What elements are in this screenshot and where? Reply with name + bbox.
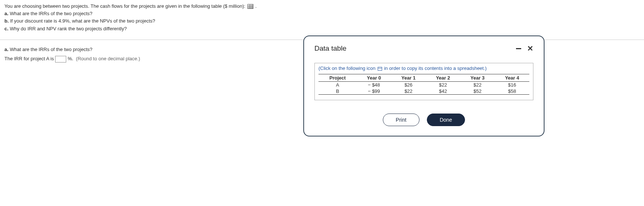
rounding-hint: (Round to one decimal place.) xyxy=(76,56,140,61)
question-c: c. Why do IRR and NPV rank the two proje… xyxy=(4,26,640,32)
problem-header: You are choosing between two projects. T… xyxy=(0,0,644,36)
close-icon[interactable]: ✕ xyxy=(527,45,533,52)
copy-icon[interactable] xyxy=(378,67,382,71)
irr-input[interactable] xyxy=(55,56,66,63)
copy-hint: (Click on the following icon in order to… xyxy=(318,65,529,71)
table-icon[interactable] xyxy=(247,4,253,9)
minimize-icon[interactable] xyxy=(516,48,521,49)
table-container: (Click on the following icon in order to… xyxy=(314,63,533,73)
data-table-modal: Data table ✕ (Click on the following ico… xyxy=(303,36,544,73)
modal-title: Data table xyxy=(314,44,347,53)
intro-text: You are choosing between two projects. T… xyxy=(4,3,640,10)
question-b: b. If your discount rate is 4.9%, what a… xyxy=(4,18,640,24)
question-a: a. What are the IRRs of the two projects… xyxy=(4,10,640,17)
